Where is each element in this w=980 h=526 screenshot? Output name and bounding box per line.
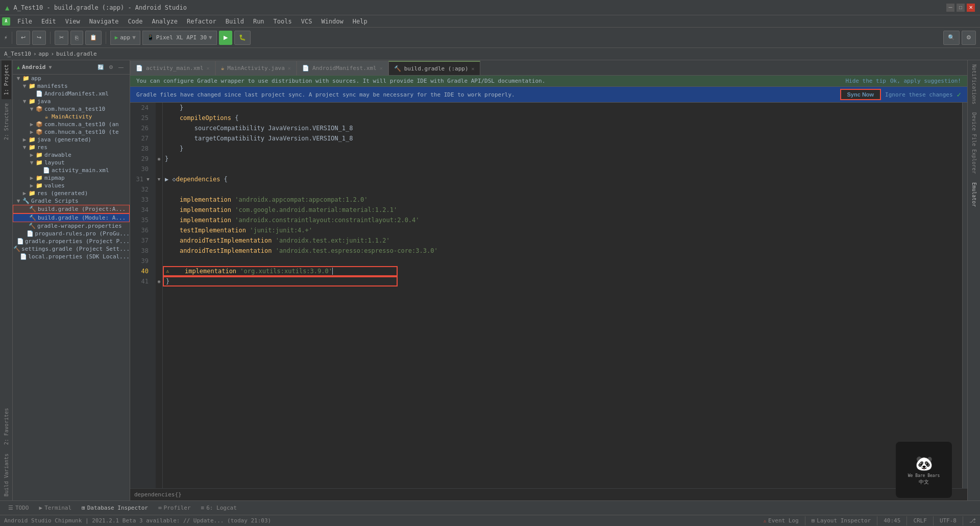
tab-database-inspector[interactable]: ⊞ Database Inspector (78, 502, 152, 514)
tree-item-manifests[interactable]: ▼ 📁 manifests (13, 82, 130, 90)
copy-btn[interactable]: ⎘ (70, 31, 83, 45)
ignore-changes-btn[interactable]: Ignore these changes (885, 91, 952, 98)
tree-item-res[interactable]: ▼ 📁 res (13, 144, 130, 151)
menu-analyze[interactable]: Analyze (148, 17, 182, 26)
emulator-tab[interactable]: Emulator (969, 178, 979, 211)
tab-build-gradle-app[interactable]: 🔨 build.gradle (:app) ✕ (388, 61, 480, 75)
fold-btn-29[interactable]: ◉ (158, 156, 160, 161)
gear-panel-btn[interactable]: ⚙ (106, 63, 115, 72)
collapse-panel-btn[interactable]: — (116, 63, 126, 72)
menu-tools[interactable]: Tools (270, 17, 296, 26)
menu-file[interactable]: File (13, 17, 36, 26)
tree-item-androidmanifest[interactable]: 📄 AndroidManifest.xml (13, 90, 130, 98)
menu-help[interactable]: Help (349, 17, 372, 26)
menu-navigate[interactable]: Navigate (85, 17, 123, 26)
tree-item-package[interactable]: ▼ 📦 com.hnucm.a_test10 (13, 105, 130, 113)
status-git[interactable]: ⎇ (969, 517, 976, 524)
status-event-log[interactable]: ⚠ Event Log (764, 517, 799, 524)
menu-build[interactable]: Build (222, 17, 248, 26)
debug-btn[interactable]: 🐛 (234, 31, 251, 45)
redo-btn[interactable]: ↪ (32, 31, 46, 45)
tab-todo[interactable]: ☰ TODO (4, 502, 33, 514)
cut-btn[interactable]: ✂ (55, 31, 68, 45)
maximize-btn[interactable]: □ (957, 4, 965, 12)
breadcrumb-module[interactable]: app (39, 51, 49, 57)
tree-item-layout[interactable]: ▼ 📁 layout (13, 159, 130, 166)
tree-item-values[interactable]: ▶ 📁 values (13, 182, 130, 189)
close-btn[interactable]: ✕ (967, 4, 975, 12)
tree-item-gradle-wrapper[interactable]: 🔨 gradle-wrapper.properties (13, 222, 130, 230)
sync-panel-btn[interactable]: 🔄 (96, 63, 105, 72)
device-selector[interactable]: 📱 Pixel XL API 30 ▼ (142, 31, 217, 45)
tab-close-mainactivity[interactable]: ✕ (288, 65, 291, 71)
status-encoding[interactable]: UTF-8 (940, 517, 957, 524)
favorites-tab[interactable]: 2: Favorites (2, 404, 11, 449)
tree-item-package-an[interactable]: ▶ 📦 com.hnucm.a_test10 (an (13, 121, 130, 128)
tree-item-build-gradle-app[interactable]: 🔨 build.gradle (Module: A... (13, 213, 130, 222)
minimize-btn[interactable]: ─ (946, 4, 954, 12)
hide-tip-btn[interactable]: Hide the tip (845, 78, 886, 84)
tab-terminal[interactable]: ▶ Terminal (35, 502, 76, 514)
tree-item-gradle-scripts[interactable]: ▼ 🔧 Gradle Scripts (13, 197, 130, 205)
tab-logcat[interactable]: ≡ 6: Logcat (197, 502, 241, 514)
code-line-34: implementation 'com.google.android.mater… (165, 205, 962, 215)
tree-item-settings-gradle[interactable]: 🔨 settings.gradle (Project Sett... (13, 245, 130, 253)
sync-now-btn[interactable]: Sync Now (840, 89, 881, 100)
tree-arrow-manifests: ▼ (21, 83, 28, 89)
tree-item-drawable[interactable]: ▶ 📁 drawable (13, 151, 130, 159)
status-version[interactable]: Android Studio Chipmunk | 2021.2.1 Beta … (4, 517, 271, 524)
tree-item-mipmap[interactable]: ▶ 📁 mipmap (13, 174, 130, 182)
app-config-selector[interactable]: ▶ app ▼ (110, 31, 140, 45)
tab-activity-main-xml[interactable]: 📄 activity_main.xml ✕ (130, 61, 215, 75)
tab-profiler[interactable]: ∞ Profiler (154, 502, 195, 514)
menu-vcs[interactable]: VCS (297, 17, 316, 26)
menu-refactor[interactable]: Refactor (183, 17, 220, 26)
menu-edit[interactable]: Edit (37, 17, 60, 26)
ln-35: 35 (130, 215, 152, 225)
tree-item-java-generated[interactable]: ▶ 📁 java (generated) (13, 136, 130, 144)
undo-btn[interactable]: ↩ (16, 31, 30, 45)
tree-item-package-te[interactable]: ▶ 📦 com.hnucm.a_test10 (te (13, 128, 130, 136)
build-variants-tab[interactable]: Build Variants (2, 449, 11, 500)
tree-item-res-generated[interactable]: ▶ 📁 res (generated) (13, 189, 130, 197)
menu-window[interactable]: Window (317, 17, 347, 26)
menu-code[interactable]: Code (124, 17, 147, 26)
tree-item-gradle-properties[interactable]: 📄 gradle.properties (Project P... (13, 237, 130, 245)
settings-btn[interactable]: ⚙ (962, 31, 976, 45)
status-crlf[interactable]: CRLF (913, 517, 927, 524)
fold-btn-31[interactable]: ▼ (158, 177, 160, 182)
todo-icon: ☰ (8, 505, 13, 511)
fold-btn-41[interactable]: ◉ (158, 279, 160, 284)
tab-close-activity[interactable]: ✕ (207, 65, 210, 71)
device-file-explorer-tab[interactable]: Device File Explorer (969, 108, 979, 178)
tree-item-mainactivity[interactable]: ☕ MainActivity (13, 113, 130, 121)
tree-item-app[interactable]: ▼ 📁 app (13, 75, 130, 82)
breadcrumb-file[interactable]: build.gradle (56, 51, 96, 57)
code-content[interactable]: } compileOptions { sourceCompatibility J… (163, 103, 962, 488)
breadcrumb-project[interactable]: A_Test10 (4, 51, 31, 57)
notifications-tab[interactable]: Notifications (969, 60, 979, 108)
run-btn[interactable]: ▶ (219, 31, 232, 45)
menu-view[interactable]: View (61, 17, 84, 26)
tab-close-androidmanifest[interactable]: ✕ (380, 65, 383, 71)
fold-icon-31[interactable]: ▼ (144, 176, 152, 183)
tab-mainactivity-java[interactable]: ☕ MainActivity.java ✕ (215, 61, 297, 75)
menu-run[interactable]: Run (249, 17, 268, 26)
text-cursor (332, 268, 333, 275)
tab-androidmanifest-xml[interactable]: 📄 AndroidManifest.xml ✕ (297, 61, 388, 75)
tree-item-local-properties[interactable]: 📄 local.properties (SDK Local... (13, 253, 130, 260)
tree-item-activity-main-xml[interactable]: 📄 activity_main.xml (13, 166, 130, 174)
project-tab[interactable]: 1: Project (2, 60, 11, 99)
search-everywhere-btn[interactable]: 🔍 (943, 31, 960, 45)
apply-suggestion-btn[interactable]: Ok, apply suggestion! (890, 78, 961, 84)
status-layout-inspector[interactable]: ⊞ Layout Inspector (812, 517, 871, 524)
editor-scrollbar[interactable] (962, 103, 967, 488)
tree-item-proguard[interactable]: 📄 proguard-rules.pro (ProGu... (13, 230, 130, 237)
window-controls[interactable]: ─ □ ✕ (946, 4, 975, 12)
structure-tab[interactable]: 2: Structure (2, 99, 11, 144)
paste-btn[interactable]: 📋 (85, 31, 102, 45)
tab-close-build-gradle[interactable]: ✕ (472, 66, 475, 71)
folder-icon-res-generated: 📁 (28, 190, 36, 197)
tree-item-java[interactable]: ▼ 📁 java (13, 98, 130, 105)
tree-item-build-gradle-project[interactable]: 🔨 build.gradle (Project:A... (13, 205, 130, 213)
